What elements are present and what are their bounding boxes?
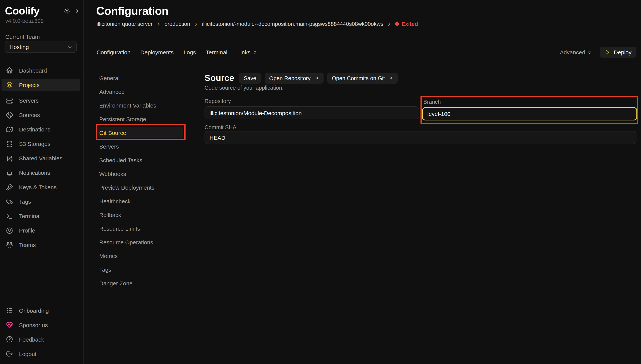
sidebar-item-sources[interactable]: Sources	[0, 108, 83, 122]
checklist-icon	[6, 307, 13, 314]
chevron-down-icon	[67, 44, 73, 50]
sidebar-item-projects[interactable]: Projects	[0, 79, 83, 93]
logout-icon	[6, 350, 13, 358]
server-icon	[6, 97, 13, 104]
coolify-app: Coolify v4.0.0-beta.399 Current Team Hos…	[0, 0, 641, 364]
text-cursor	[451, 110, 451, 117]
brand-logo: Coolify	[5, 5, 39, 17]
help-icon	[6, 336, 13, 343]
terminal-icon	[6, 212, 13, 220]
source-heading: Source	[205, 73, 234, 83]
breadcrumb-environment[interactable]: production	[164, 21, 190, 27]
sidebar-item-destinations[interactable]: Destinations	[0, 122, 83, 136]
external-link-icon	[314, 76, 319, 80]
subnav-item-danger-zone[interactable]: Danger Zone	[84, 276, 198, 290]
team-select[interactable]: Hosting	[5, 41, 77, 53]
subnav-item-resource-limits[interactable]: Resource Limits	[84, 222, 198, 235]
map-icon	[6, 126, 13, 133]
chevron-right-icon	[156, 22, 161, 26]
sidebar-item-teams[interactable]: Teams	[0, 238, 83, 252]
source-description: Code source of your application.	[205, 85, 284, 91]
subnav-item-webhooks[interactable]: Webhooks	[84, 167, 198, 180]
layers-icon	[6, 81, 13, 88]
chevron-right-icon	[194, 22, 199, 26]
sidebar-item-tags[interactable]: Tags	[0, 194, 83, 209]
subnav-item-preview-deployments[interactable]: Preview Deployments	[84, 180, 198, 194]
source-section: Source Save Open Repository Open Commits…	[205, 0, 636, 364]
repository-label: Repository	[205, 98, 231, 104]
subnav-item-environment-variables[interactable]: Environment Variables	[84, 98, 198, 112]
sidebar-item-onboarding[interactable]: Onboarding	[0, 303, 83, 318]
config-subnav: General Advanced Environment Variables P…	[84, 71, 198, 290]
sidebar-item-logout[interactable]: Logout	[0, 346, 83, 361]
tags-icon	[6, 198, 13, 205]
tab-configuration[interactable]: Configuration	[97, 49, 130, 55]
sidebar-item-notifications[interactable]: Notifications	[0, 166, 83, 180]
sidebar-item-s3-storages[interactable]: S3 Storages	[0, 136, 83, 151]
subnav-item-general[interactable]: General	[84, 71, 198, 85]
tab-logs[interactable]: Logs	[184, 49, 196, 55]
sidebar-item-keys-tokens[interactable]: Keys & Tokens	[0, 180, 83, 194]
sidebar-item-shared-variables[interactable]: (x) Shared Variables	[0, 151, 83, 166]
branch-input[interactable]: level-100	[422, 107, 637, 120]
sidebar-item-terminal[interactable]: Terminal	[0, 209, 83, 223]
tab-deployments[interactable]: Deployments	[140, 49, 174, 55]
save-button[interactable]: Save	[239, 72, 261, 84]
sidebar-nav: Dashboard Projects Servers Sources Desti…	[0, 63, 83, 252]
heart-handshake-icon	[6, 321, 13, 329]
sidebar-item-feedback[interactable]: Feedback	[0, 332, 83, 346]
users-icon	[6, 241, 13, 249]
repository-input[interactable]	[205, 106, 419, 119]
subnav-item-resource-operations[interactable]: Resource Operations	[84, 235, 198, 249]
main-area: Configuration illicitonion quote server …	[84, 0, 641, 364]
theme-selector-icon[interactable]	[74, 8, 80, 14]
open-commits-button[interactable]: Open Commits on Git	[327, 72, 398, 84]
database-icon	[6, 140, 13, 148]
page-title: Configuration	[96, 4, 168, 18]
sidebar-item-profile[interactable]: Profile	[0, 223, 83, 238]
external-link-icon	[388, 76, 393, 80]
subnav-item-advanced[interactable]: Advanced	[84, 85, 198, 98]
branch-annotation-box: Branch level-100	[420, 96, 638, 124]
subnav-item-scheduled-tasks[interactable]: Scheduled Tasks	[84, 153, 198, 167]
key-icon	[6, 183, 13, 191]
commit-sha-label: Commit SHA	[205, 124, 237, 130]
subnav-item-rollback[interactable]: Rollback	[84, 208, 198, 222]
theme-sun-icon[interactable]	[64, 8, 71, 15]
branch-label: Branch	[423, 98, 637, 105]
sidebar-item-servers[interactable]: Servers	[0, 93, 83, 108]
commit-sha-input[interactable]	[205, 131, 636, 144]
subnav-item-healthcheck[interactable]: Healthcheck	[84, 194, 198, 208]
subnav-item-servers[interactable]: Servers	[84, 140, 198, 153]
app-version: v4.0.0-beta.399	[5, 18, 44, 24]
user-icon	[6, 227, 13, 234]
subnav-item-git-source[interactable]: Git Source	[84, 126, 198, 140]
variable-icon: (x)	[6, 154, 13, 162]
current-team-label: Current Team	[5, 34, 40, 40]
sidebar-footer-nav: Onboarding Sponsor us Feedback Logout	[0, 303, 83, 361]
open-repository-button[interactable]: Open Repository	[265, 72, 324, 84]
sidebar-item-sponsor[interactable]: Sponsor us	[0, 318, 83, 332]
subnav-item-metrics[interactable]: Metrics	[84, 249, 198, 262]
subnav-item-tags[interactable]: Tags	[84, 262, 198, 276]
home-icon	[6, 66, 13, 74]
sidebar-item-dashboard[interactable]: Dashboard	[0, 63, 83, 78]
sidebar: Coolify v4.0.0-beta.399 Current Team Hos…	[0, 0, 84, 364]
breadcrumb-project[interactable]: illicitonion quote server	[97, 21, 153, 27]
git-source-icon	[6, 111, 13, 119]
bell-icon	[6, 169, 13, 176]
subnav-item-persistent-storage[interactable]: Persistent Storage	[84, 112, 198, 126]
